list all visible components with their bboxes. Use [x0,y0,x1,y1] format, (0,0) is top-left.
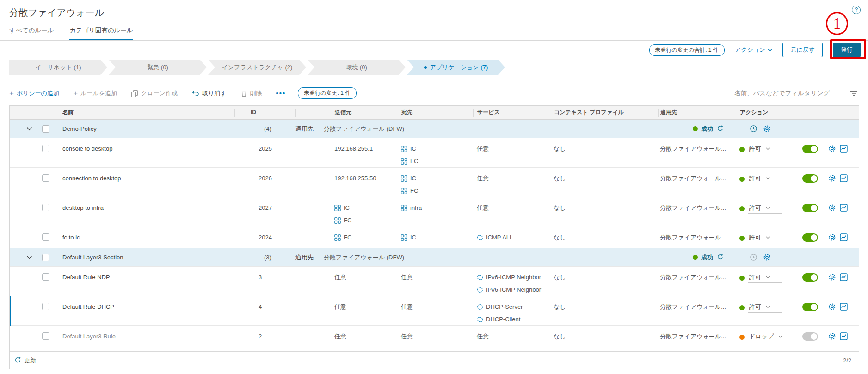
action-dropdown[interactable]: ドロップ [748,332,783,342]
refresh-icon[interactable] [717,254,724,261]
rule-source: 192.168.255.1 [295,145,394,153]
graph-icon[interactable] [840,303,848,311]
delete-button[interactable]: 削除 [240,89,262,98]
tab-category-rules[interactable]: カテゴリ固有のルール [69,26,133,40]
add-policy-button[interactable]: +ポリシーの追加 [9,89,59,98]
col-context-profile: コンテキスト プロファイル [550,109,658,117]
actions-menu-button[interactable]: アクション [735,46,773,54]
row-checkbox[interactable] [42,204,49,211]
row-checkbox[interactable] [42,332,49,340]
filter-input[interactable] [733,88,843,98]
policy-section-row[interactable]: Demo-Policy (4) 適用先 分散ファイアウォール (DFW) 成功 [10,120,859,138]
graph-icon[interactable] [840,204,848,212]
rule-enabled-toggle[interactable] [802,204,818,212]
graph-icon[interactable] [840,145,848,153]
section-checkbox[interactable] [42,125,49,133]
tab-all-rules[interactable]: すべてのルール [9,26,54,40]
rule-name: Default Rule NDP [62,273,234,281]
clone-button[interactable]: クローン作成 [131,89,178,98]
drag-handle-icon[interactable] [18,145,19,152]
drag-handle-icon[interactable] [18,273,19,280]
rule-context-profile: なし [550,332,658,340]
rule-applied-to: 分散ファイアウォール... [658,204,738,212]
graph-icon[interactable] [840,174,848,182]
rule-source: 192.168.255.50 [295,174,394,182]
graph-icon[interactable] [840,332,848,340]
collapse-chevron-icon[interactable] [26,255,32,259]
rule-enabled-toggle[interactable] [802,273,818,282]
gear-icon[interactable] [828,145,836,153]
action-dropdown[interactable]: 許可 [748,303,782,313]
category-tab-environment[interactable]: 環境 (0) [308,60,406,75]
clock-icon[interactable] [750,125,757,133]
rule-applied-to: 分散ファイアウォール... [658,273,738,281]
rule-name: connection to desktop [62,174,234,182]
drag-handle-icon[interactable] [18,233,19,240]
gear-icon[interactable] [828,204,836,212]
publish-actions-row: 未発行の変更の合計: 1 件 アクション 元に戻す 発行 [0,41,868,59]
graph-icon[interactable] [840,273,848,281]
drag-handle-icon[interactable] [18,254,19,261]
clone-icon [131,90,138,97]
action-dropdown[interactable]: 許可 [748,204,782,214]
action-dropdown[interactable]: 許可 [748,233,782,243]
action-dropdown[interactable]: 許可 [748,273,782,283]
clock-icon[interactable] [750,253,757,261]
publish-button[interactable]: 発行 [833,43,861,57]
row-checkbox[interactable] [42,233,49,241]
col-source: 送信元 [295,109,394,117]
group-label: IC [410,174,416,182]
add-rule-button[interactable]: +ルールを追加 [73,89,117,98]
policy-section-row[interactable]: Default Layer3 Section (3) 適用先 分散ファイアウォー… [10,248,859,267]
row-checkbox[interactable] [42,145,49,152]
filter-icon[interactable] [850,91,858,96]
rule-context-profile: なし [550,145,658,153]
more-actions-button[interactable]: ••• [276,89,286,97]
rule-enabled-toggle[interactable] [802,233,818,242]
drag-handle-icon[interactable] [18,125,19,132]
category-tab-ethernet[interactable]: イーサネット (1) [9,60,107,75]
rule-name: Default Rule DHCP [62,303,234,311]
gear-icon[interactable] [763,125,771,133]
service-label: DHCP-Server [486,303,523,311]
gear-icon[interactable] [828,332,836,340]
row-checkbox[interactable] [42,174,49,182]
category-tab-application[interactable]: アプリケーション (7) [407,60,505,75]
drag-handle-icon[interactable] [18,303,19,310]
trash-icon [240,90,247,97]
rule-enabled-toggle[interactable] [802,332,818,341]
refresh-icon[interactable] [717,125,724,132]
row-checkbox[interactable] [42,303,49,310]
rule-enabled-toggle[interactable] [802,174,818,183]
category-tab-infrastructure[interactable]: インフラストラクチャ (2) [208,60,306,75]
gear-icon[interactable] [828,174,836,182]
rule-applied-to: 分散ファイアウォール... [658,145,738,153]
action-status-dot [739,335,745,340]
drag-handle-icon[interactable] [18,204,19,211]
rule-enabled-toggle[interactable] [802,303,818,311]
gear-icon[interactable] [828,233,836,241]
undo-button[interactable]: 取り消す [191,89,227,98]
help-icon[interactable]: ? [852,6,861,14]
group-icon [401,158,407,165]
drag-handle-icon[interactable] [18,174,19,181]
group-icon [401,234,407,241]
gear-icon[interactable] [763,253,771,261]
chevron-down-icon [766,276,770,279]
gear-icon[interactable] [828,273,836,281]
action-dropdown[interactable]: 許可 [748,174,782,184]
gear-icon[interactable] [828,303,836,311]
category-tab-emergency[interactable]: 緊急 (0) [109,60,207,75]
row-checkbox[interactable] [42,273,49,281]
rule-name: console to desktop [62,145,234,153]
collapse-chevron-icon[interactable] [26,127,32,131]
graph-icon[interactable] [840,233,848,241]
rule-enabled-toggle[interactable] [802,145,818,153]
rule-applied-to: 分散ファイアウォール... [658,332,738,340]
refresh-button[interactable]: 更新 [14,356,36,365]
section-checkbox[interactable] [42,254,49,261]
chevron-down-icon [778,335,782,338]
action-dropdown[interactable]: 許可 [748,145,782,154]
revert-button[interactable]: 元に戻す [782,43,823,57]
drag-handle-icon[interactable] [18,332,19,339]
